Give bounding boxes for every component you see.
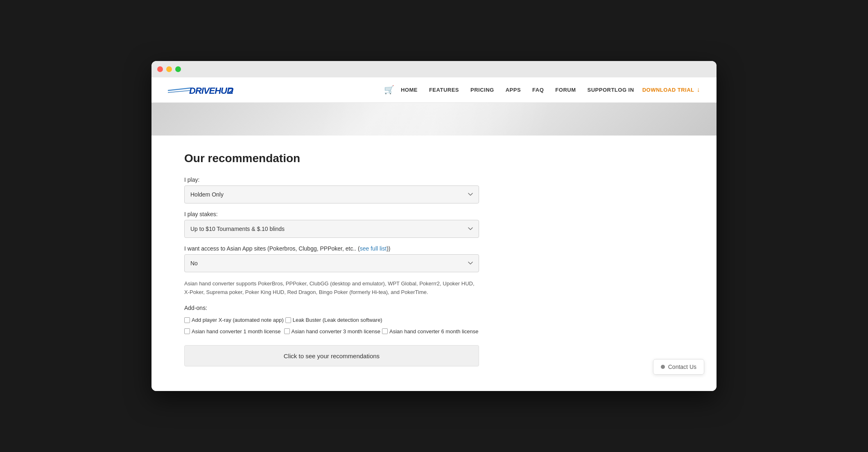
cart-icon[interactable]: 🛒 (384, 85, 394, 95)
logo-image: DRIVEHUD 2 (168, 82, 233, 97)
addon-checkbox-1[interactable] (184, 317, 190, 323)
nav-links: HOME FEATURES PRICING APPS FAQ FORUM SUP… (401, 86, 615, 93)
minimize-button[interactable] (166, 66, 172, 72)
contact-dot-icon (661, 365, 665, 369)
navbar: DRIVEHUD 2 🛒 HOME FEATURES PRICING APPS … (151, 77, 717, 103)
asian-note-text: Asian hand converter supports PokerBros,… (184, 280, 479, 297)
page-title: Our recommendation (184, 152, 684, 165)
addon-checkbox-4[interactable] (284, 328, 290, 334)
nav-item-home[interactable]: HOME (401, 86, 418, 93)
download-trial-link[interactable]: DOWNLOAD TRIAL ↓ (642, 86, 700, 93)
asian-access-label: I want access to Asian App sites (Pokerb… (184, 245, 684, 252)
i-play-stakes-label: I play stakes: (184, 211, 684, 217)
addons-group: Add-ons: Add player X-ray (automated not… (184, 305, 684, 336)
login-link[interactable]: LOG IN (615, 87, 634, 93)
nav-item-support[interactable]: SUPPORT (588, 86, 615, 93)
addon-item-5: Asian hand converter 6 month license (382, 327, 479, 336)
addon-item-1: Add player X-ray (automated note app) (184, 315, 284, 325)
i-play-group: I play: Holdem Only Holdem & Omaha Omaha… (184, 176, 684, 203)
svg-text:2: 2 (228, 86, 233, 96)
addon-item-2: Leak Buster (Leak detection software) (285, 315, 382, 325)
i-play-stakes-select[interactable]: Up to $10 Tournaments & $.10 blinds $10-… (184, 220, 479, 238)
addon-checkbox-2[interactable] (285, 317, 291, 323)
browser-window: DRIVEHUD 2 🛒 HOME FEATURES PRICING APPS … (151, 61, 717, 391)
nav-item-features[interactable]: FEATURES (429, 86, 459, 93)
asian-access-select[interactable]: No Yes (184, 254, 479, 272)
hero-banner (151, 103, 717, 136)
maximize-button[interactable] (175, 66, 181, 72)
nav-item-forum[interactable]: FORUM (555, 86, 576, 93)
svg-line-0 (168, 88, 190, 90)
addon-item-4: Asian hand converter 3 month license (284, 327, 381, 336)
i-play-select[interactable]: Holdem Only Holdem & Omaha Omaha Only (184, 185, 479, 203)
i-play-stakes-group: I play stakes: Up to $10 Tournaments & $… (184, 211, 684, 238)
contact-us-label: Contact Us (668, 364, 696, 370)
nav-item-apps[interactable]: APPS (506, 86, 521, 93)
addon-label-5: Asian hand converter 6 month license (389, 327, 479, 336)
nav-item-faq[interactable]: FAQ (532, 86, 544, 93)
svg-line-1 (168, 90, 190, 93)
close-button[interactable] (157, 66, 163, 72)
addon-label-2: Leak Buster (Leak detection software) (293, 315, 382, 325)
addon-label-3: Asian hand converter 1 month license (192, 327, 281, 336)
nav-item-pricing[interactable]: PRICING (470, 86, 494, 93)
addons-label: Add-ons: (184, 305, 684, 311)
see-full-list-link[interactable]: see full list (360, 245, 387, 252)
title-bar (151, 61, 717, 77)
addon-label-1: Add player X-ray (automated note app) (192, 315, 284, 325)
addons-row: Add player X-ray (automated note app) Le… (184, 315, 479, 336)
addon-item-3: Asian hand converter 1 month license (184, 327, 281, 336)
i-play-label: I play: (184, 176, 684, 183)
addon-label-4: Asian hand converter 3 month license (292, 327, 381, 336)
logo-area: DRIVEHUD 2 (168, 82, 237, 97)
download-arrow-icon: ↓ (697, 86, 701, 93)
asian-access-group: I want access to Asian App sites (Pokerb… (184, 245, 684, 272)
recommendations-button[interactable]: Click to see your recommendations (184, 345, 479, 366)
contact-us-widget[interactable]: Contact Us (653, 359, 704, 375)
addon-checkbox-5[interactable] (382, 328, 388, 334)
svg-text:DRIVEHUD: DRIVEHUD (189, 86, 233, 96)
addon-checkbox-3[interactable] (184, 328, 190, 334)
main-content: Our recommendation I play: Holdem Only H… (151, 136, 717, 391)
